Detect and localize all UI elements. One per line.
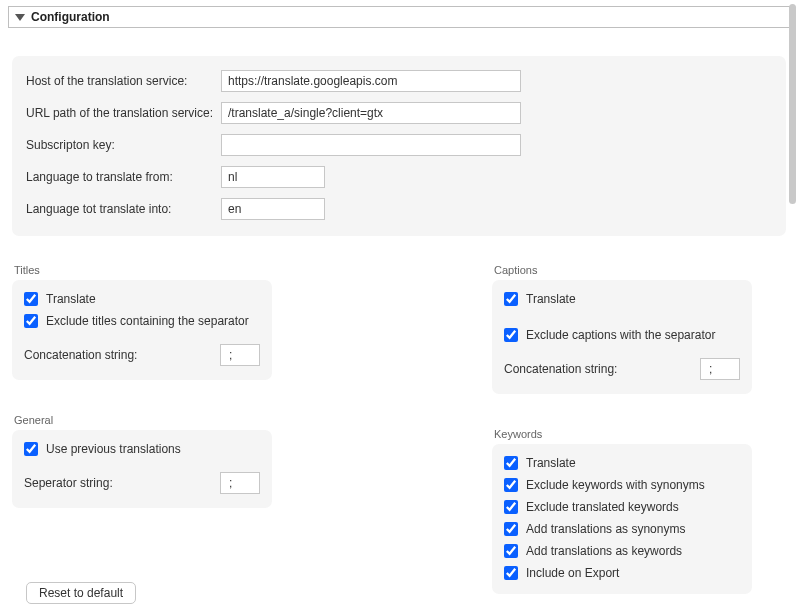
disclosure-triangle-icon [15,14,25,21]
general-use-previous-checkbox[interactable] [24,442,38,456]
configuration-panel: Host of the translation service: URL pat… [12,56,786,236]
keywords-add-synonyms-label: Add translations as synonyms [526,522,685,536]
language-from-input[interactable] [221,166,325,188]
general-legend: General [12,414,272,426]
keywords-legend: Keywords [492,428,752,440]
section-title: Configuration [31,10,110,24]
keywords-exclude-synonyms-checkbox[interactable] [504,478,518,492]
reset-to-default-button[interactable]: Reset to default [26,582,136,604]
keywords-translate-label: Translate [526,456,576,470]
url-path-label: URL path of the translation service: [26,106,221,120]
titles-exclude-label: Exclude titles containing the separator [46,314,249,328]
captions-concat-label: Concatenation string: [504,362,617,376]
general-panel: Use previous translations Seperator stri… [12,430,272,508]
captions-panel: Translate Exclude captions with the sepa… [492,280,752,394]
titles-legend: Titles [12,264,272,276]
captions-exclude-label: Exclude captions with the separator [526,328,715,342]
titles-translate-checkbox[interactable] [24,292,38,306]
keywords-exclude-translated-label: Exclude translated keywords [526,500,679,514]
titles-panel: Translate Exclude titles containing the … [12,280,272,380]
subscription-key-input[interactable] [221,134,521,156]
host-label: Host of the translation service: [26,74,221,88]
keywords-add-synonyms-checkbox[interactable] [504,522,518,536]
keywords-translate-checkbox[interactable] [504,456,518,470]
scrollbar-thumb[interactable] [789,4,796,204]
keywords-include-export-label: Include on Export [526,566,619,580]
titles-exclude-checkbox[interactable] [24,314,38,328]
host-input[interactable] [221,70,521,92]
titles-concat-label: Concatenation string: [24,348,137,362]
subscription-key-label: Subscripton key: [26,138,221,152]
captions-translate-label: Translate [526,292,576,306]
titles-concat-input[interactable] [220,344,260,366]
captions-concat-input[interactable] [700,358,740,380]
general-separator-input[interactable] [220,472,260,494]
keywords-add-keywords-checkbox[interactable] [504,544,518,558]
captions-legend: Captions [492,264,752,276]
section-header[interactable]: Configuration [8,6,790,28]
language-to-input[interactable] [221,198,325,220]
keywords-add-keywords-label: Add translations as keywords [526,544,682,558]
general-use-previous-label: Use previous translations [46,442,181,456]
captions-translate-checkbox[interactable] [504,292,518,306]
url-path-input[interactable] [221,102,521,124]
captions-exclude-checkbox[interactable] [504,328,518,342]
language-from-label: Language to translate from: [26,170,221,184]
keywords-panel: Translate Exclude keywords with synonyms… [492,444,752,594]
keywords-include-export-checkbox[interactable] [504,566,518,580]
keywords-exclude-synonyms-label: Exclude keywords with synonyms [526,478,705,492]
language-to-label: Language tot translate into: [26,202,221,216]
general-separator-label: Seperator string: [24,476,113,490]
keywords-exclude-translated-checkbox[interactable] [504,500,518,514]
titles-translate-label: Translate [46,292,96,306]
